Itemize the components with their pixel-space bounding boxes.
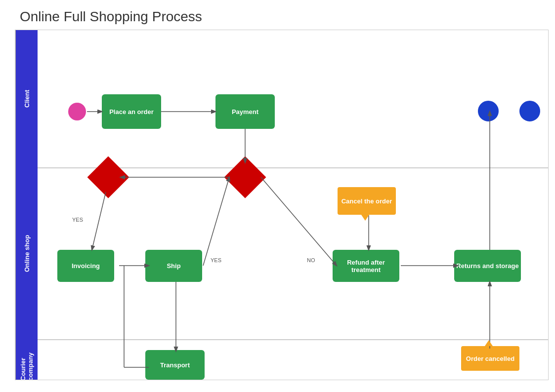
arrows-svg xyxy=(15,30,548,380)
diagram-container: Client Online shop Courier company xyxy=(15,30,549,380)
divider-1 xyxy=(15,167,548,168)
order-cancelled-node: Order cancelled xyxy=(461,346,519,371)
transport-node: Transport xyxy=(145,350,205,380)
divider-2 xyxy=(15,339,548,340)
end-circle-1 xyxy=(478,101,499,121)
label-yes-1: YES xyxy=(72,217,83,223)
svg-line-10 xyxy=(261,177,337,266)
label-no: NO xyxy=(307,257,315,263)
page-title: Online Full Shopping Process xyxy=(0,0,555,30)
svg-line-4 xyxy=(92,192,106,250)
swimlane-client-label: Client xyxy=(15,30,38,167)
swimlane-courier-label: Courier company xyxy=(15,339,38,380)
diamond-1 xyxy=(87,157,129,198)
payment-node: Payment xyxy=(215,94,275,129)
cancel-order-node: Cancel the order xyxy=(338,187,396,215)
returns-node: Returns and storage xyxy=(454,250,521,282)
ship-node: Ship xyxy=(145,250,202,282)
svg-line-6 xyxy=(203,177,229,266)
diamond-2 xyxy=(224,157,266,198)
place-order-node: Place an order xyxy=(102,94,161,129)
invoicing-node: Invoicing xyxy=(57,250,114,282)
swimlane-online-label: Online shop xyxy=(15,167,38,339)
refund-node: Refund after treatment xyxy=(333,250,399,282)
label-yes-2: YES xyxy=(211,257,221,263)
end-circle-2 xyxy=(519,101,540,121)
start-circle xyxy=(68,103,86,120)
